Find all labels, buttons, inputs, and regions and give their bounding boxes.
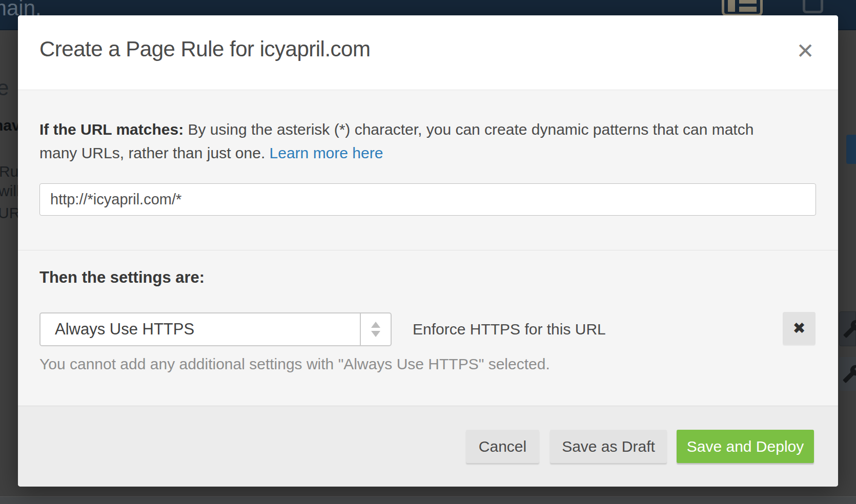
section-divider <box>18 250 838 250</box>
url-match-description: If the URL matches: By using the asteris… <box>39 118 757 165</box>
text-fragment: UR <box>0 204 18 222</box>
modal-footer: Cancel Save as Draft Save and Deploy <box>18 406 838 487</box>
wrench-panel <box>839 311 856 346</box>
background-right-fragments <box>838 30 856 504</box>
background-panel-seam <box>0 496 856 504</box>
setting-select-value: Always Use HTTPS <box>55 313 194 345</box>
background-left-fragments: e nav Ru will UR <box>0 30 18 504</box>
url-match-label: If the URL matches: <box>39 121 184 138</box>
cancel-button[interactable]: Cancel <box>466 430 539 463</box>
wrench-icon <box>842 364 856 384</box>
url-pattern-input[interactable] <box>39 183 816 216</box>
setting-note: You cannot add any additional settings w… <box>39 355 550 373</box>
modal-title: Create a Page Rule for icyapril.com <box>39 37 370 61</box>
text-fragment: Ru <box>0 163 18 180</box>
text-fragment: e <box>0 76 9 100</box>
wrench-panel <box>839 357 856 391</box>
layout-icon <box>722 0 763 16</box>
device-icon <box>803 0 823 13</box>
text-fragment: nav <box>0 117 18 134</box>
setting-description: Enforce HTTPS for this URL <box>413 312 606 346</box>
remove-setting-button[interactable]: ✖ <box>783 312 816 345</box>
setting-select[interactable]: Always Use HTTPS <box>39 312 392 346</box>
settings-heading: Then the settings are: <box>39 268 205 287</box>
modal-header: Create a Page Rule for icyapril.com ✕ <box>18 15 838 90</box>
create-page-rule-modal: Create a Page Rule for icyapril.com ✕ If… <box>18 15 838 487</box>
wrench-icon <box>843 319 856 339</box>
learn-more-link[interactable]: Learn more here <box>270 144 383 161</box>
blue-button-fragment <box>846 135 856 164</box>
save-and-deploy-button[interactable]: Save and Deploy <box>677 430 814 463</box>
select-spinner-icon <box>360 313 391 345</box>
text-fragment: will <box>0 182 18 200</box>
close-icon[interactable]: ✕ <box>790 36 821 67</box>
save-as-draft-button[interactable]: Save as Draft <box>550 430 667 463</box>
